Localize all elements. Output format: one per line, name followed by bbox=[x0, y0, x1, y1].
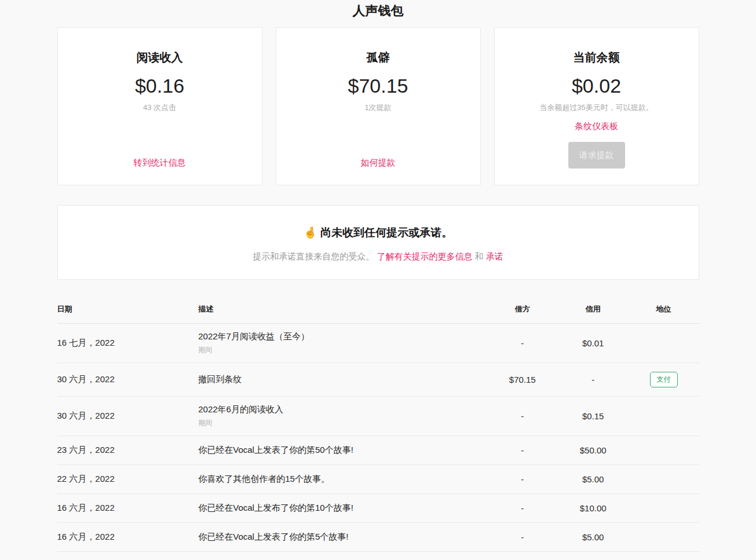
txn-description-text: 2022年7月阅读收益（至今） bbox=[198, 331, 487, 342]
tips-notice-body: 提示和承诺直接来自您的受众。 了解有关提示的更多信息 和 承诺 bbox=[58, 251, 699, 262]
header-description: 描述 bbox=[198, 298, 487, 324]
txn-description-text: 你已经在Vocal上发表了你的第5个故事! bbox=[198, 532, 487, 543]
current-balance-actions: 条纹仪表板 请求提款 bbox=[568, 121, 625, 169]
txn-date: 30 六月，2022 bbox=[57, 363, 199, 397]
txn-date: 30 六月，2022 bbox=[57, 397, 199, 436]
txn-description: 2022年6月的阅读收入 期间 bbox=[198, 397, 487, 436]
withdrawn-amount: $70.15 bbox=[348, 75, 408, 97]
tips-notice-box: 🤞尚未收到任何提示或承诺。 提示和承诺直接来自您的受众。 了解有关提示的更多信息… bbox=[57, 205, 699, 280]
request-withdrawal-button[interactable]: 请求提款 bbox=[568, 142, 625, 169]
withdrawn-heading: 孤僻 bbox=[348, 50, 408, 65]
table-row: 30 六月，2022 撤回到条纹 $70.15 - 支付 bbox=[57, 363, 699, 397]
reading-earnings-reads-count: 43 次点击 bbox=[135, 103, 184, 113]
tips-notice-title-text: 尚未收到任何提示或承诺。 bbox=[320, 226, 452, 239]
txn-status bbox=[629, 397, 699, 436]
summary-cards: 阅读收入 $0.16 43 次点击 转到统计信息 孤僻 $70.15 1次提款 … bbox=[57, 27, 699, 185]
txn-description-text: 你已经在Vocal上发布了你的第10个故事! bbox=[198, 503, 487, 514]
txn-description: 你已经在Vocal上发表了你的第50个故事! bbox=[198, 436, 487, 465]
txn-description-text: 你喜欢了其他创作者的15个故事。 bbox=[198, 474, 487, 485]
txn-date: 16 六月，2022 bbox=[57, 523, 199, 552]
tips-notice-body-text: 提示和承诺直接来自您的受众。 bbox=[253, 251, 374, 261]
header-credit: 信用 bbox=[558, 298, 629, 324]
conjunction-text: 和 bbox=[475, 251, 484, 261]
withdrawn-card: 孤僻 $70.15 1次提款 如何提款 bbox=[276, 27, 481, 185]
txn-credit: $50.00 bbox=[558, 436, 629, 465]
how-to-withdraw-link[interactable]: 如何提款 bbox=[361, 158, 396, 169]
header-date: 日期 bbox=[57, 298, 199, 324]
table-row: 22 六月，2022 你喜欢了其他创作者的15个故事。 - $5.00 bbox=[57, 465, 699, 494]
table-row: 16 六月，2022 你已经在Vocal上发布了你的第10个故事! - $10.… bbox=[57, 494, 699, 523]
transactions-table: 日期 描述 借方 信用 地位 16 七月，2022 2022年7月阅读收益（至今… bbox=[57, 298, 699, 552]
txn-description-text: 撤回到条纹 bbox=[198, 374, 487, 385]
txn-debit: - bbox=[487, 397, 558, 436]
wallet-page: 人声钱包 阅读收入 $0.16 43 次点击 转到统计信息 孤僻 $70.15 … bbox=[57, 0, 699, 552]
header-status: 地位 bbox=[629, 298, 699, 324]
withdrawals-count: 1次提款 bbox=[348, 103, 408, 113]
txn-description: 2022年7月阅读收益（至今） 期间 bbox=[198, 324, 487, 363]
stripe-dashboard-link[interactable]: 条纹仪表板 bbox=[575, 121, 618, 132]
current-balance-amount: $0.02 bbox=[539, 75, 653, 97]
paid-status-badge: 支付 bbox=[650, 372, 678, 387]
reading-earnings-amount: $0.16 bbox=[135, 75, 184, 97]
current-balance-content: 当前余额 $0.02 当余额超过35美元时，可以提款。 bbox=[539, 50, 653, 113]
txn-credit: $0.01 bbox=[558, 324, 629, 363]
txn-debit: - bbox=[487, 523, 558, 552]
pledges-link[interactable]: 承诺 bbox=[486, 251, 503, 261]
withdrawn-content: 孤僻 $70.15 1次提款 bbox=[348, 50, 408, 113]
txn-description: 撤回到条纹 bbox=[198, 363, 487, 397]
txn-date: 23 六月，2022 bbox=[57, 436, 199, 465]
txn-status bbox=[629, 436, 699, 465]
txn-description: 你喜欢了其他创作者的15个故事。 bbox=[198, 465, 487, 494]
txn-debit: - bbox=[487, 436, 558, 465]
txn-date: 22 六月，2022 bbox=[57, 465, 199, 494]
table-row: 23 六月，2022 你已经在Vocal上发表了你的第50个故事! - $50.… bbox=[57, 436, 699, 465]
reading-earnings-heading: 阅读收入 bbox=[135, 50, 184, 65]
txn-status bbox=[629, 465, 699, 494]
txn-description-sub: 期间 bbox=[198, 345, 487, 355]
table-row: 30 六月，2022 2022年6月的阅读收入 期间 - $0.15 bbox=[57, 397, 699, 436]
txn-credit: $10.00 bbox=[558, 494, 629, 523]
txn-description: 你已经在Vocal上发表了你的第5个故事! bbox=[198, 523, 487, 552]
tips-notice-title: 🤞尚未收到任何提示或承诺。 bbox=[58, 225, 699, 240]
header-debit: 借方 bbox=[487, 298, 558, 324]
table-header-row: 日期 描述 借方 信用 地位 bbox=[57, 298, 699, 324]
txn-debit: $70.15 bbox=[487, 363, 558, 397]
txn-status bbox=[629, 324, 699, 363]
txn-description: 你已经在Vocal上发布了你的第10个故事! bbox=[198, 494, 487, 523]
txn-description-text: 你已经在Vocal上发表了你的第50个故事! bbox=[198, 445, 487, 456]
txn-debit: - bbox=[487, 465, 558, 494]
withdraw-threshold-note: 当余额超过35美元时，可以提款。 bbox=[539, 103, 653, 113]
txn-status: 支付 bbox=[629, 363, 699, 397]
current-balance-card: 当前余额 $0.02 当余额超过35美元时，可以提款。 条纹仪表板 请求提款 bbox=[494, 27, 699, 185]
txn-description-text: 2022年6月的阅读收入 bbox=[198, 404, 487, 415]
txn-date: 16 七月，2022 bbox=[57, 324, 199, 363]
learn-about-tips-link[interactable]: 了解有关提示的更多信息 bbox=[377, 251, 472, 261]
table-row: 16 六月，2022 你已经在Vocal上发表了你的第5个故事! - $5.00 bbox=[57, 523, 699, 552]
current-balance-heading: 当前余额 bbox=[539, 50, 653, 65]
txn-status bbox=[629, 523, 699, 552]
txn-status bbox=[629, 494, 699, 523]
txn-credit: - bbox=[558, 363, 629, 397]
reading-earnings-content: 阅读收入 $0.16 43 次点击 bbox=[135, 50, 184, 113]
txn-credit: $5.00 bbox=[558, 523, 629, 552]
go-to-stats-link[interactable]: 转到统计信息 bbox=[134, 158, 186, 169]
page-title: 人声钱包 bbox=[57, 2, 699, 20]
crossed-fingers-emoji: 🤞 bbox=[304, 226, 317, 239]
table-row: 16 七月，2022 2022年7月阅读收益（至今） 期间 - $0.01 bbox=[57, 324, 699, 363]
txn-debit: - bbox=[487, 494, 558, 523]
txn-date: 16 六月，2022 bbox=[57, 494, 199, 523]
txn-debit: - bbox=[487, 324, 558, 363]
reading-earnings-card: 阅读收入 $0.16 43 次点击 转到统计信息 bbox=[57, 27, 262, 185]
txn-description-sub: 期间 bbox=[198, 418, 487, 428]
txn-credit: $0.15 bbox=[558, 397, 629, 436]
txn-credit: $5.00 bbox=[558, 465, 629, 494]
